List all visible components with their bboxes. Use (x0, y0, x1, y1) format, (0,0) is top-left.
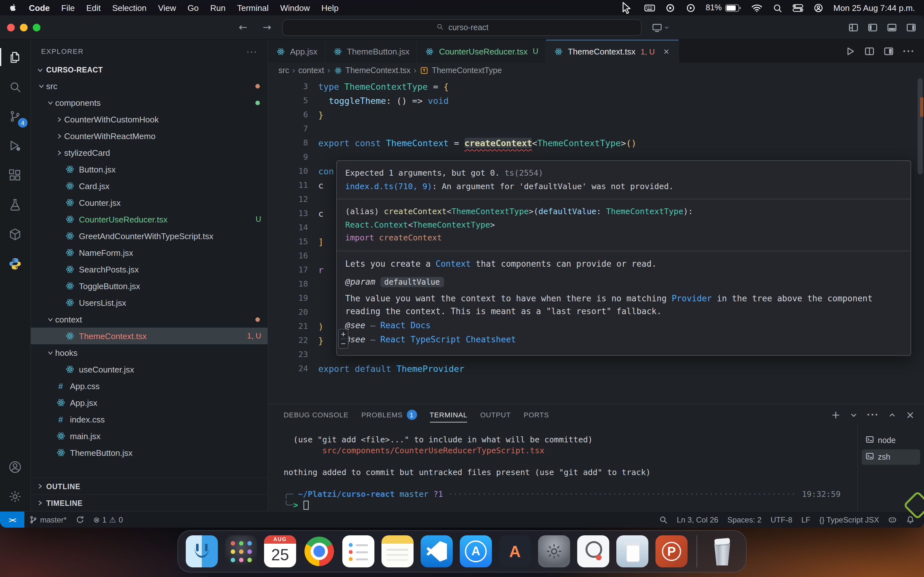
close-icon[interactable] (661, 47, 672, 57)
panel-tab-ports[interactable]: PORTS (517, 405, 556, 425)
breadcrumb-item-ThemeContextType[interactable]: ThemeContextType (420, 66, 502, 75)
menubar-clock[interactable]: Mon 25 Aug 7:44 p.m. (834, 3, 915, 13)
tree-file-ThemeContext.tsx[interactable]: ThemeContext.tsx1, U (31, 327, 268, 344)
menu-view[interactable]: View (158, 3, 176, 13)
input-source-icon[interactable] (644, 3, 655, 12)
more-editor-actions-button[interactable]: ··· (903, 45, 915, 57)
command-center-search[interactable]: curso-react (282, 19, 642, 35)
breadcrumb-item-ThemeContext.tsx[interactable]: ThemeContext.tsx (333, 66, 411, 75)
run-debug-icon[interactable] (0, 131, 30, 160)
remote-window-control[interactable] (652, 21, 670, 33)
split-editor-button[interactable] (864, 46, 875, 56)
decrease-verbosity-button[interactable]: − (341, 338, 346, 348)
dock-utility-icon[interactable] (577, 535, 609, 567)
language-mode[interactable]: {} TypeScript JSX (815, 512, 884, 528)
containers-icon[interactable] (0, 219, 30, 249)
problems-status[interactable]: ⊗1⚠0 (89, 512, 128, 528)
tree-file-Counter.jsx[interactable]: Counter.jsx (31, 194, 268, 211)
minimize-window-button[interactable] (20, 23, 27, 31)
python-icon[interactable] (0, 249, 30, 278)
zoom-window-button[interactable] (33, 23, 40, 31)
sync-button[interactable] (71, 512, 89, 528)
tree-file-App.jsx[interactable]: App.jsx (31, 394, 268, 411)
extensions-icon[interactable] (0, 160, 30, 190)
close-panel-button[interactable] (905, 410, 915, 420)
tree-folder-CounterWithReactMemo[interactable]: CounterWithReactMemo (31, 127, 268, 144)
tree-folder-CounterWithCustomHook[interactable]: CounterWithCustomHook (31, 111, 268, 127)
terminal-output[interactable]: (use "git add <file>..." to include in w… (268, 425, 857, 511)
tree-file-UsersList.jsx[interactable]: UsersList.jsx (31, 294, 268, 311)
copilot-status[interactable] (884, 512, 901, 528)
dock-finder-icon[interactable] (186, 535, 218, 567)
branch-status[interactable]: master* (24, 512, 71, 528)
run-file-button[interactable] (845, 46, 855, 56)
control-center-icon[interactable] (792, 3, 803, 12)
tree-file-CounterUseReducer.tsx[interactable]: CounterUseReducer.tsxU (31, 211, 268, 227)
doc-link[interactable]: index.d.ts(710, 9) (345, 181, 432, 191)
spotlight-icon[interactable] (772, 3, 783, 12)
settings-icon[interactable] (0, 482, 30, 511)
tree-file-Card.jsx[interactable]: Card.jsx (31, 177, 268, 194)
panel-tab-problems[interactable]: PROBLEMS1 (355, 405, 423, 425)
project-section-header[interactable]: CURSO-REACT (31, 62, 268, 77)
doc-link[interactable]: Context (436, 259, 471, 268)
terminal-instance-node[interactable]: node (862, 433, 920, 448)
breadcrumb-item-context[interactable]: context (298, 66, 325, 75)
tree-folder-context[interactable]: context (31, 311, 268, 327)
forward-button[interactable]: → (263, 21, 271, 33)
status-circle-icon[interactable] (665, 3, 676, 12)
dock-powerpoint-icon[interactable]: P (656, 535, 688, 567)
tree-file-GreetAndCounterWithTypeScript.tsx[interactable]: GreetAndCounterWithTypeScript.tsx (31, 227, 268, 244)
dock-chrome-icon[interactable] (303, 535, 335, 567)
cursor-position[interactable]: Ln 3, Col 26 (672, 512, 722, 528)
remote-indicator[interactable]: >< (0, 512, 24, 528)
editor-layout-button[interactable] (884, 46, 894, 56)
tab-ThemeContext.tsx[interactable]: ThemeContext.tsx1, U (546, 40, 679, 63)
toggle-panel-button[interactable] (887, 22, 897, 32)
increase-verbosity-button[interactable]: + (341, 329, 346, 338)
tab-CounterUseReducer.tsx[interactable]: CounterUseReducer.tsxU (417, 40, 546, 63)
customize-layout-button[interactable] (848, 22, 859, 32)
menu-go[interactable]: Go (188, 3, 199, 13)
tree-folder-hooks[interactable]: hooks (31, 344, 268, 361)
back-button[interactable]: ← (239, 21, 247, 33)
panel-tab-output[interactable]: OUTPUT (474, 405, 517, 425)
tree-file-App.css[interactable]: #App.css (31, 378, 268, 394)
tree-file-main.jsx[interactable]: main.jsx (31, 428, 268, 444)
code-editor[interactable]: 3type ThemeContextType = {5 toggleTheme:… (268, 78, 924, 404)
tree-folder-components[interactable]: components (31, 94, 268, 111)
dock-notes-icon[interactable] (381, 535, 414, 567)
tree-folder-stylizedCard[interactable]: stylizedCard (31, 144, 268, 161)
battery-indicator[interactable]: 81% (706, 3, 742, 12)
menu-help[interactable]: Help (321, 3, 339, 13)
panel-more-button[interactable]: ··· (867, 409, 879, 421)
breadcrumb-item-src[interactable]: src (278, 66, 289, 75)
source-control-icon[interactable]: 4 (0, 101, 30, 131)
user-menu-icon[interactable] (813, 3, 824, 12)
active-app-name[interactable]: Code (29, 3, 50, 13)
tree-folder-src[interactable]: src (31, 77, 268, 94)
tree-file-index.css[interactable]: #index.css (31, 411, 268, 428)
toggle-secondary-sidebar-button[interactable] (906, 22, 916, 32)
close-window-button[interactable] (7, 23, 15, 31)
terminal-instance-zsh[interactable]: zsh (862, 450, 920, 465)
maximize-panel-button[interactable] (887, 410, 897, 420)
indentation[interactable]: Spaces: 2 (723, 512, 766, 528)
doc-link[interactable]: Provider (672, 293, 712, 303)
tree-file-ThemeButton.jsx[interactable]: ThemeButton.jsx (31, 444, 268, 461)
explorer-icon[interactable] (0, 42, 30, 72)
tree-file-SearchPosts.jsx[interactable]: SearchPosts.jsx (31, 261, 268, 277)
dock-archive-icon[interactable] (616, 535, 648, 567)
dock-system-settings-icon[interactable] (538, 535, 570, 567)
eol[interactable]: LF (797, 512, 815, 528)
accounts-icon[interactable] (0, 452, 30, 482)
tree-file-useCounter.jsx[interactable]: useCounter.jsx (31, 361, 268, 378)
tab-App.jsx[interactable]: App.jsx (268, 40, 325, 63)
tab-ThemeButton.jsx[interactable]: ThemeButton.jsx (325, 40, 417, 63)
dock-reminders-icon[interactable] (342, 535, 375, 567)
timeline-section[interactable]: TIMELINE (31, 494, 268, 511)
menu-file[interactable]: File (61, 3, 75, 13)
terminal-profile-dropdown[interactable] (849, 410, 859, 420)
dock-app-store-icon[interactable]: A (460, 535, 492, 567)
menu-window[interactable]: Window (280, 3, 310, 13)
